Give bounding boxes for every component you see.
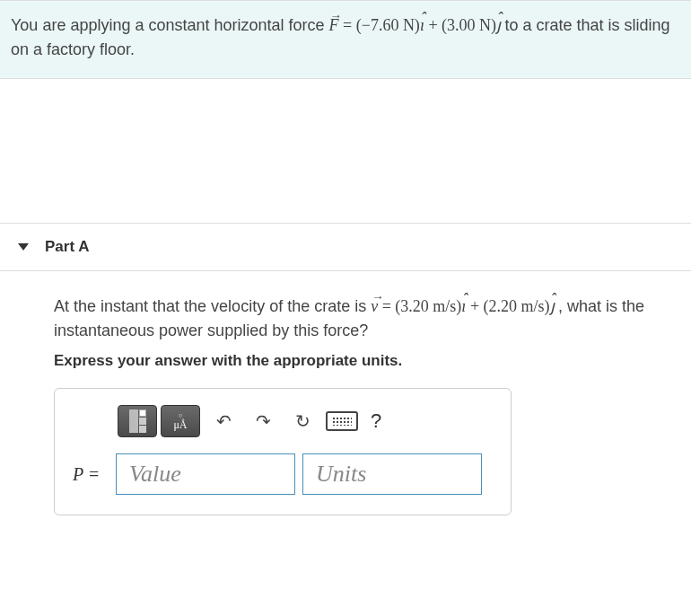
i-hat: ı [420, 13, 424, 38]
reset-icon: ↻ [295, 410, 311, 432]
force-expression: F = (−7.60 N)ı + (3.00 N)ȷ [329, 16, 505, 34]
palette-group: ○ μÅ [118, 405, 200, 437]
part-a-body: At the instant that the velocity of the … [0, 271, 691, 533]
units-placeholder: Units [316, 461, 366, 488]
units-input[interactable]: Units [302, 453, 482, 495]
value-input[interactable]: Value [116, 453, 295, 495]
keyboard-button[interactable] [326, 405, 358, 437]
answer-box: ○ μÅ ↶ ↷ ↻ ? [54, 388, 512, 515]
j-hat: ȷ [550, 295, 555, 319]
part-a-header[interactable]: Part A [0, 223, 691, 271]
templates-button[interactable] [118, 405, 157, 437]
undo-icon: ↶ [216, 410, 232, 432]
part-label: Part A [45, 238, 89, 256]
templates-icon [129, 409, 146, 433]
velocity-expression: v = (3.20 m/s)ı + (2.20 m/s)ȷ [371, 297, 558, 315]
symbols-button[interactable]: ○ μÅ [161, 405, 200, 437]
vector-v: v [371, 295, 378, 319]
j-hat: ȷ [496, 13, 501, 38]
answer-instruction: Express your answer with the appropriate… [54, 352, 680, 370]
undo-button[interactable]: ↶ [207, 405, 240, 437]
answer-row: P = Value Units [73, 453, 493, 495]
redo-button[interactable]: ↷ [247, 405, 279, 437]
help-button[interactable]: ? [365, 409, 387, 433]
redo-icon: ↷ [256, 410, 271, 432]
question-text: At the instant that the velocity of the … [54, 295, 680, 343]
vector-F: F [329, 13, 339, 38]
symbols-icon: ○ μÅ [173, 413, 187, 430]
i-hat: ı [461, 295, 466, 319]
variable-label: P = [73, 464, 109, 485]
spacer [0, 79, 691, 223]
answer-toolbar: ○ μÅ ↶ ↷ ↻ ? [73, 405, 493, 437]
help-icon: ? [371, 409, 381, 432]
reset-button[interactable]: ↻ [286, 405, 319, 437]
problem-text-1: You are applying a constant horizontal f… [11, 16, 329, 34]
keyboard-icon [326, 411, 358, 431]
collapse-caret-icon [18, 243, 29, 251]
problem-statement: You are applying a constant horizontal f… [0, 0, 691, 79]
value-placeholder: Value [129, 461, 181, 488]
